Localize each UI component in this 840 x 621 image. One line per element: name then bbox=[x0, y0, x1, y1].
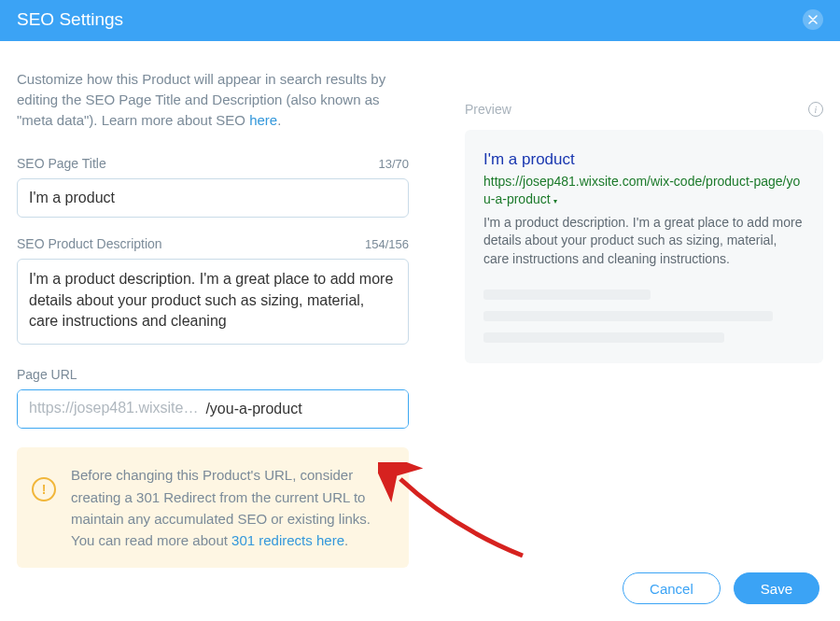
info-icon[interactable]: i bbox=[808, 102, 823, 117]
seo-description-label: SEO Product Description bbox=[17, 236, 162, 251]
close-icon[interactable] bbox=[803, 9, 823, 30]
skeleton-line bbox=[483, 332, 724, 343]
skeleton-line bbox=[483, 289, 651, 300]
intro-text-after: . bbox=[277, 112, 281, 128]
seo-title-counter: 13/70 bbox=[378, 157, 409, 171]
preview-label: Preview bbox=[465, 102, 511, 117]
page-url-label: Page URL bbox=[17, 367, 77, 382]
seo-title-label: SEO Page Title bbox=[17, 156, 106, 171]
preview-card: I'm a product https://josep481.wixsite.c… bbox=[465, 130, 823, 363]
preview-description: I'm a product description. I'm a great p… bbox=[483, 214, 805, 269]
intro-text-body: Customize how this Product will appear i… bbox=[17, 71, 385, 128]
intro-text: Customize how this Product will appear i… bbox=[17, 69, 409, 130]
modal-footer: Cancel Save bbox=[623, 572, 819, 604]
skeleton-line bbox=[483, 311, 773, 321]
seo-description-field: SEO Product Description 154/156 I'm a pr… bbox=[17, 236, 409, 348]
warning-text-after: . bbox=[344, 532, 348, 548]
redirect-learn-more-link[interactable]: 301 redirects here bbox=[231, 532, 344, 548]
page-url-input[interactable] bbox=[205, 390, 408, 428]
seo-title-input[interactable] bbox=[17, 178, 409, 218]
page-url-prefix: https://josep481.wixsite… bbox=[18, 390, 205, 428]
seo-title-field: SEO Page Title 13/70 bbox=[17, 156, 409, 218]
preview-url: https://josep481.wixsite.com/wix-code/pr… bbox=[483, 173, 805, 208]
modal-header: SEO Settings bbox=[0, 0, 840, 41]
page-url-row: https://josep481.wixsite… bbox=[17, 389, 409, 429]
seo-description-counter: 154/156 bbox=[365, 237, 409, 251]
url-change-warning: ! Before changing this Product's URL, co… bbox=[17, 447, 409, 568]
preview-title: I'm a product bbox=[483, 150, 805, 169]
seo-description-input[interactable]: I'm a product description. I'm a great p… bbox=[17, 259, 409, 345]
page-url-field: Page URL https://josep481.wixsite… bbox=[17, 367, 409, 429]
cancel-button[interactable]: Cancel bbox=[623, 572, 721, 604]
warning-icon: ! bbox=[32, 477, 56, 501]
save-button[interactable]: Save bbox=[734, 572, 819, 604]
seo-learn-more-link[interactable]: here bbox=[249, 112, 277, 128]
modal-title: SEO Settings bbox=[17, 9, 123, 30]
